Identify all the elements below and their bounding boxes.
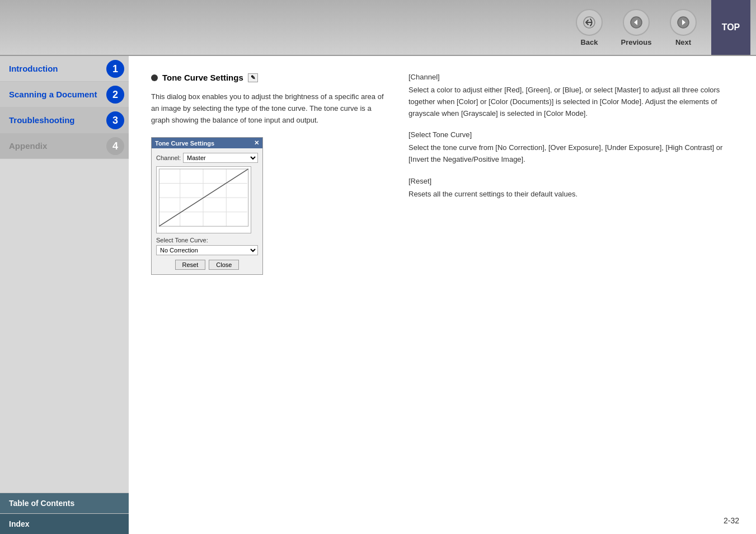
table-of-contents-button[interactable]: Table of Contents (0, 493, 129, 513)
content-columns: Tone Curve Settings ✎ This dialog box en… (151, 73, 734, 275)
edit-icon: ✎ (248, 73, 258, 82)
param-channel: [Channel] Select a color to adjust eithe… (408, 73, 734, 119)
param-select-tone-name: [Select Tone Curve] (408, 130, 734, 139)
dialog-close-button[interactable]: ✕ (254, 139, 259, 147)
sidebar-item-introduction[interactable]: Introduction 1 (0, 56, 129, 82)
sidebar: Introduction 1 Scanning a Document 2 Tro… (0, 56, 129, 534)
section-title-text: Tone Curve Settings (162, 73, 243, 82)
param-channel-name: [Channel] (408, 73, 734, 81)
channel-label: Channel: (156, 154, 181, 161)
param-channel-desc: Select a color to adjust either [Red], [… (408, 85, 734, 119)
sidebar-bottom: Table of Contents Index (0, 493, 129, 534)
next-icon (670, 9, 697, 36)
next-button[interactable]: Next (661, 9, 706, 46)
top-bar: Back Previous Next TOP (0, 0, 756, 56)
param-reset: [Reset] Resets all the current settings … (408, 177, 734, 200)
left-column: Tone Curve Settings ✎ This dialog box en… (151, 73, 386, 275)
select-tone-select[interactable]: No Correction (156, 245, 258, 255)
previous-icon (623, 9, 650, 36)
param-reset-desc: Resets all the current settings to their… (408, 189, 734, 200)
param-reset-name: [Reset] (408, 177, 734, 185)
sidebar-number-troubleshooting: 3 (106, 111, 124, 129)
sidebar-number-scanning: 2 (106, 86, 124, 104)
dialog-title: Tone Curve Settings (155, 140, 214, 147)
index-button[interactable]: Index (0, 513, 129, 534)
description-text: This dialog box enables you to adjust th… (151, 91, 386, 126)
channel-row: Channel: Master (156, 153, 258, 163)
param-select-tone-desc: Select the tone curve from [No Correctio… (408, 142, 734, 166)
tone-curve-dialog: Tone Curve Settings ✕ Channel: Master (151, 137, 263, 275)
back-icon (576, 9, 603, 36)
section-title: Tone Curve Settings ✎ (151, 73, 386, 82)
sidebar-label-troubleshooting: Troubleshooting (9, 115, 75, 125)
dialog-body: Channel: Master (152, 148, 262, 274)
toc-label: Table of Contents (9, 499, 74, 508)
dialog-buttons: Reset Close (156, 260, 258, 270)
page-number: 2-32 (724, 516, 739, 525)
back-button[interactable]: Back (567, 9, 612, 46)
right-column: [Channel] Select a color to adjust eithe… (408, 73, 734, 275)
previous-label: Previous (621, 38, 652, 46)
back-label: Back (580, 38, 598, 46)
sidebar-label-appendix: Appendix (9, 141, 47, 151)
previous-button[interactable]: Previous (614, 9, 659, 46)
sidebar-item-scanning[interactable]: Scanning a Document 2 (0, 82, 129, 107)
reset-button[interactable]: Reset (175, 260, 206, 270)
tone-curve-graph (156, 166, 251, 233)
sidebar-number-appendix: 4 (106, 137, 124, 155)
top-label[interactable]: TOP (711, 0, 750, 55)
select-tone-row: No Correction (156, 245, 258, 255)
bullet-icon (151, 74, 158, 81)
select-tone-label: Select Tone Curve: (156, 237, 258, 243)
next-label: Next (675, 38, 691, 46)
dialog-titlebar: Tone Curve Settings ✕ (152, 138, 262, 148)
main-content: Tone Curve Settings ✎ This dialog box en… (129, 56, 756, 534)
sidebar-label-scanning: Scanning a Document (9, 90, 97, 99)
close-button[interactable]: Close (209, 260, 239, 270)
index-label: Index (9, 519, 30, 528)
sidebar-item-troubleshooting[interactable]: Troubleshooting 3 (0, 107, 129, 133)
sidebar-item-appendix[interactable]: Appendix 4 (0, 133, 129, 159)
sidebar-number-introduction: 1 (106, 60, 124, 78)
channel-select[interactable]: Master (183, 153, 258, 163)
sidebar-label-introduction: Introduction (9, 64, 58, 73)
param-select-tone: [Select Tone Curve] Select the tone curv… (408, 130, 734, 166)
nav-buttons: Back Previous Next (567, 9, 706, 46)
